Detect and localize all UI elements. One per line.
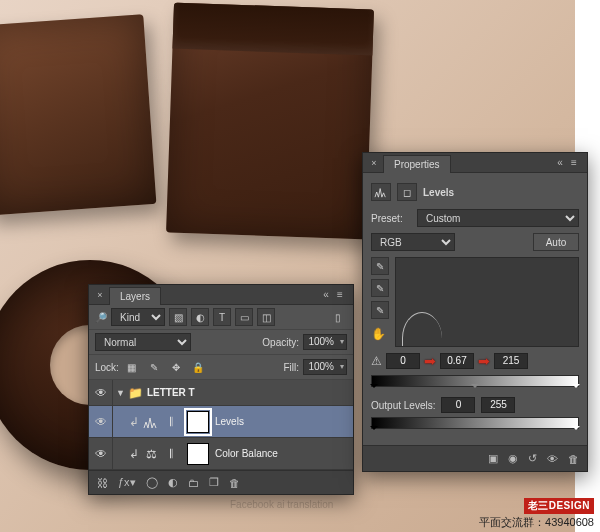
lock-fill-row: Lock: ▦ ✎ ✥ 🔒 Fill: 100% bbox=[89, 355, 353, 380]
reset-icon[interactable]: ↺ bbox=[528, 452, 537, 465]
fill-value[interactable]: 100% bbox=[303, 359, 347, 375]
delete-adjustment-icon[interactable]: 🗑 bbox=[568, 453, 579, 465]
auto-button[interactable]: Auto bbox=[533, 233, 579, 251]
filter-pixel-icon[interactable]: ▧ bbox=[169, 308, 187, 326]
fill-label: Fill: bbox=[283, 362, 299, 373]
delete-layer-icon[interactable]: 🗑 bbox=[229, 477, 240, 489]
properties-panel: × Properties « ≡ ◻ Levels Preset: Custom… bbox=[362, 152, 588, 472]
artwork-letter-e bbox=[0, 14, 156, 215]
collapse-icon[interactable]: « bbox=[553, 157, 567, 168]
layer-group-row[interactable]: 👁 ▼ 📁 LETTER T bbox=[89, 380, 353, 406]
layer-levels-row[interactable]: 👁 ↳ 𝄃 Levels bbox=[89, 406, 353, 438]
levels-adjustment-icon[interactable] bbox=[371, 183, 391, 201]
output-label: Output Levels: bbox=[371, 400, 435, 411]
group-watermark: 平面交流群：43940608 bbox=[479, 515, 594, 530]
input-black-field[interactable]: 0 bbox=[386, 353, 420, 369]
levels-adjustment-icon bbox=[141, 412, 161, 432]
link-icon[interactable]: 𝄃 bbox=[161, 412, 181, 432]
lock-pixels-icon[interactable]: ✎ bbox=[145, 358, 163, 376]
faint-watermark: Facebook ai translation bbox=[230, 499, 333, 510]
visibility-toggle[interactable]: 👁 bbox=[89, 380, 113, 405]
layer-mask-thumb[interactable] bbox=[187, 411, 209, 433]
link-layers-icon[interactable]: ⛓ bbox=[97, 477, 108, 489]
blend-mode-select[interactable]: Normal bbox=[95, 333, 191, 351]
layers-tab[interactable]: Layers bbox=[109, 287, 161, 305]
group-name: LETTER T bbox=[147, 387, 353, 398]
blend-opacity-row: Normal Opacity: 100% bbox=[89, 330, 353, 355]
adjustment-title: Levels bbox=[423, 187, 454, 198]
new-group-icon[interactable]: 🗀 bbox=[188, 477, 199, 489]
panel-menu-icon[interactable]: ≡ bbox=[567, 157, 581, 168]
lock-all-icon[interactable]: 🔒 bbox=[189, 358, 207, 376]
filter-toggle[interactable]: ▯ bbox=[329, 308, 347, 326]
preset-label: Preset: bbox=[371, 213, 411, 224]
properties-tab[interactable]: Properties bbox=[383, 155, 451, 173]
layers-header[interactable]: × Layers « ≡ bbox=[89, 285, 353, 305]
lock-label: Lock: bbox=[95, 362, 119, 373]
scrubby-hand-icon[interactable]: ✋ bbox=[371, 327, 385, 341]
collapse-icon[interactable]: « bbox=[319, 289, 333, 300]
visibility-toggle[interactable]: 👁 bbox=[89, 406, 113, 437]
filter-type-icon[interactable]: T bbox=[213, 308, 231, 326]
output-levels-row: Output Levels: 0 255 bbox=[371, 397, 579, 413]
callout-arrow-icon: ➡ bbox=[478, 353, 490, 369]
input-gradient[interactable] bbox=[371, 375, 579, 387]
black-slider-icon[interactable] bbox=[370, 384, 378, 392]
folder-icon: 📁 bbox=[128, 386, 143, 400]
clip-warning-icon[interactable]: ⚠ bbox=[371, 354, 382, 368]
output-white-field[interactable]: 255 bbox=[481, 397, 515, 413]
filter-adjust-icon[interactable]: ◐ bbox=[191, 308, 209, 326]
close-icon[interactable]: × bbox=[95, 290, 105, 300]
layer-mask-thumb[interactable] bbox=[187, 443, 209, 465]
adjustment-type-row: ◻ Levels bbox=[371, 183, 579, 201]
new-layer-icon[interactable]: ❐ bbox=[209, 476, 219, 489]
opacity-value[interactable]: 100% bbox=[303, 334, 347, 350]
out-white-slider-icon[interactable] bbox=[572, 426, 580, 434]
add-mask-icon[interactable]: ◯ bbox=[146, 476, 158, 489]
input-levels-row: ⚠ 0 ➡ 0.67 ➡ 215 bbox=[371, 353, 579, 369]
white-slider-icon[interactable] bbox=[572, 384, 580, 392]
view-previous-icon[interactable]: ◉ bbox=[508, 452, 518, 465]
gamma-slider-icon[interactable] bbox=[471, 384, 479, 392]
black-eyedropper-icon[interactable]: ✎ bbox=[371, 257, 389, 275]
mask-mode-icon[interactable]: ◻ bbox=[397, 183, 417, 201]
layer-name[interactable]: Levels bbox=[215, 416, 353, 427]
clip-indicator-icon: ↳ bbox=[129, 415, 139, 429]
input-gamma-field[interactable]: 0.67 bbox=[440, 353, 474, 369]
preset-row: Preset: Custom bbox=[371, 209, 579, 227]
white-eyedropper-icon[interactable]: ✎ bbox=[371, 301, 389, 319]
filter-shape-icon[interactable]: ▭ bbox=[235, 308, 253, 326]
layer-filter-row: 🔎 Kind ▧ ◐ T ▭ ◫ ▯ bbox=[89, 305, 353, 330]
layer-name[interactable]: Color Balance bbox=[215, 448, 353, 459]
toggle-visibility-icon[interactable]: 👁 bbox=[547, 453, 558, 465]
histogram-area[interactable] bbox=[395, 257, 579, 347]
filter-kind-select[interactable]: Kind bbox=[111, 308, 165, 326]
layer-color-balance-row[interactable]: 👁 ↳ ⚖ 𝄃 Color Balance bbox=[89, 438, 353, 470]
lock-transparency-icon[interactable]: ▦ bbox=[123, 358, 141, 376]
opacity-label: Opacity: bbox=[262, 337, 299, 348]
visibility-toggle[interactable]: 👁 bbox=[89, 438, 113, 469]
brand-watermark: 老三DESIGN bbox=[524, 498, 594, 514]
lock-position-icon[interactable]: ✥ bbox=[167, 358, 185, 376]
new-adjustment-icon[interactable]: ◐ bbox=[168, 476, 178, 489]
callout-arrow-icon: ➡ bbox=[424, 353, 436, 369]
link-icon[interactable]: 𝄃 bbox=[161, 444, 181, 464]
filter-search-icon: 🔎 bbox=[95, 312, 107, 323]
out-black-slider-icon[interactable] bbox=[370, 426, 378, 434]
layer-fx-icon[interactable]: ƒx▾ bbox=[118, 476, 136, 489]
panel-menu-icon[interactable]: ≡ bbox=[333, 289, 347, 300]
group-expand-icon[interactable]: ▼ bbox=[116, 388, 125, 398]
channel-select[interactable]: RGB bbox=[371, 233, 455, 251]
output-gradient[interactable] bbox=[371, 417, 579, 429]
output-black-field[interactable]: 0 bbox=[441, 397, 475, 413]
input-white-field[interactable]: 215 bbox=[494, 353, 528, 369]
close-icon[interactable]: × bbox=[369, 158, 379, 168]
clip-to-layer-icon[interactable]: ▣ bbox=[488, 452, 498, 465]
filter-smart-icon[interactable]: ◫ bbox=[257, 308, 275, 326]
gray-eyedropper-icon[interactable]: ✎ bbox=[371, 279, 389, 297]
artwork-letter-t bbox=[166, 3, 374, 240]
properties-header[interactable]: × Properties « ≡ bbox=[363, 153, 587, 173]
clip-indicator-icon: ↳ bbox=[129, 447, 139, 461]
properties-footer: ▣ ◉ ↺ 👁 🗑 bbox=[363, 445, 587, 471]
preset-select[interactable]: Custom bbox=[417, 209, 579, 227]
